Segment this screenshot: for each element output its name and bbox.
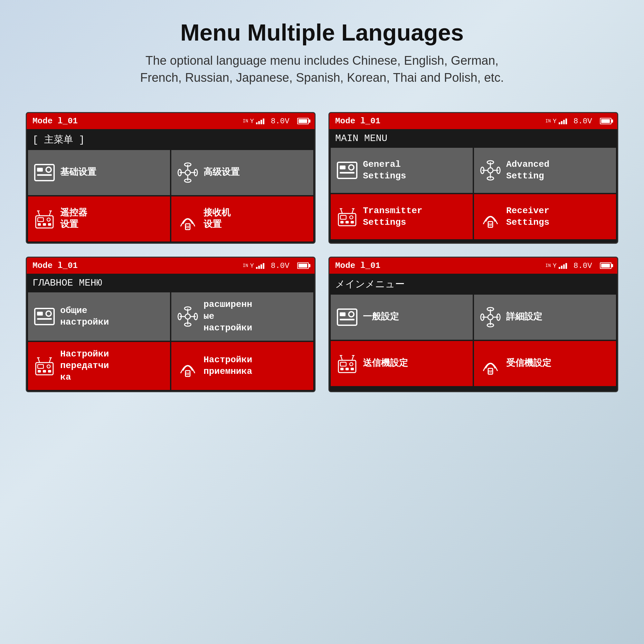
menu-cell-3[interactable]: RF Настройки приемника bbox=[171, 342, 313, 390]
svg-rect-18 bbox=[48, 223, 51, 226]
svg-text:RF: RF bbox=[488, 370, 493, 374]
svg-line-44 bbox=[341, 209, 342, 213]
menu-cell-2[interactable]: Transmitter Settings bbox=[331, 194, 473, 239]
menu-cell-label: 詳細設定 bbox=[506, 311, 542, 323]
menu-grid: 一般設定 詳細設定 送信機設定 RF 受信機設定 bbox=[329, 293, 617, 387]
svg-line-94 bbox=[341, 355, 342, 360]
transmitter-icon bbox=[33, 355, 56, 377]
drone-icon bbox=[176, 305, 199, 328]
general-icon bbox=[33, 305, 56, 328]
menu-cell-0[interactable]: 一般設定 bbox=[331, 295, 473, 340]
menu-cell-label: расширенн ые настройки bbox=[204, 299, 252, 334]
transmitter-icon bbox=[33, 208, 56, 230]
page-subtitle: The optional language menu includes Chin… bbox=[140, 52, 504, 86]
svg-text:RF: RF bbox=[185, 225, 190, 229]
status-display: INY 8.0V bbox=[243, 261, 309, 270]
menu-cell-label: общие настройки bbox=[60, 305, 109, 328]
svg-rect-66 bbox=[38, 370, 41, 373]
menu-cell-1[interactable]: 高级设置 bbox=[171, 150, 313, 195]
menu-cell-label: 基础设置 bbox=[60, 167, 96, 178]
svg-line-69 bbox=[38, 358, 40, 363]
menu-cell-label: Настройки передатчи ка bbox=[60, 348, 109, 384]
svg-rect-17 bbox=[43, 223, 46, 226]
transmitter-icon bbox=[336, 352, 358, 375]
svg-rect-14 bbox=[38, 218, 43, 222]
svg-line-70 bbox=[49, 358, 51, 363]
model-label: Mode l_01 bbox=[335, 261, 380, 270]
svg-line-95 bbox=[352, 355, 354, 360]
menu-cell-3[interactable]: RF Receiver Settings bbox=[474, 194, 616, 239]
screen-header-chinese: Mode l_01INY 8.0V bbox=[27, 113, 315, 129]
menu-cell-1[interactable]: 詳細設定 bbox=[474, 295, 616, 340]
svg-rect-1 bbox=[37, 168, 43, 172]
rf-icon: RF bbox=[176, 355, 199, 377]
menu-grid: 基础设置 高级设置 遥控器 设置 RF 接收机 设置 bbox=[27, 149, 315, 243]
svg-rect-43 bbox=[351, 221, 354, 223]
menu-cell-3[interactable]: RF 受信機設定 bbox=[474, 341, 616, 386]
menu-cell-0[interactable]: общие настройки bbox=[28, 292, 170, 340]
svg-rect-93 bbox=[351, 368, 354, 370]
menu-cell-label: 接收机 设置 bbox=[204, 207, 231, 231]
menu-cell-label: 一般設定 bbox=[363, 311, 399, 323]
status-display: INY 8.0V bbox=[545, 261, 611, 270]
menu-cell-label: 遥控器 设置 bbox=[60, 207, 87, 231]
menu-cell-label: 受信機設定 bbox=[506, 358, 551, 369]
general-icon bbox=[336, 306, 358, 328]
svg-rect-0 bbox=[35, 165, 54, 181]
svg-point-40 bbox=[350, 216, 353, 219]
menu-cell-1[interactable]: Advanced Setting bbox=[474, 148, 616, 193]
svg-line-19 bbox=[38, 211, 40, 216]
model-label: Mode l_01 bbox=[33, 261, 78, 270]
svg-rect-53 bbox=[37, 318, 52, 320]
rf-icon: RF bbox=[176, 208, 199, 230]
svg-rect-67 bbox=[43, 370, 46, 373]
svg-rect-92 bbox=[346, 368, 349, 370]
svg-rect-42 bbox=[346, 221, 349, 223]
svg-rect-78 bbox=[340, 319, 355, 320]
menu-cell-2[interactable]: Настройки передатчи ка bbox=[28, 342, 170, 390]
svg-rect-91 bbox=[340, 368, 344, 370]
screens-grid: Mode l_01INY 8.0V [ 主菜单 ] 基础设置 高级设置 bbox=[26, 112, 618, 392]
drone-icon bbox=[479, 159, 502, 182]
menu-label: [ 主菜单 ] bbox=[27, 129, 315, 149]
page-title: Menu Multiple Languages bbox=[180, 19, 464, 46]
menu-cell-label: Настройки приемника bbox=[204, 354, 252, 378]
menu-cell-3[interactable]: RF 接收机 设置 bbox=[171, 196, 313, 241]
svg-point-65 bbox=[47, 365, 50, 368]
menu-cell-2[interactable]: 送信機設定 bbox=[331, 341, 473, 386]
menu-label: MAIN MENU bbox=[329, 129, 617, 147]
menu-cell-label: Receiver Settings bbox=[506, 205, 549, 229]
svg-rect-64 bbox=[38, 365, 43, 368]
svg-line-20 bbox=[49, 211, 51, 216]
menu-grid: общие настройки расширенн ые настройки Н… bbox=[27, 291, 315, 391]
status-display: INY 8.0V bbox=[243, 117, 309, 126]
screen-header-japanese: Mode l_01INY 8.0V bbox=[329, 258, 617, 274]
screen-header-english: Mode l_01INY 8.0V bbox=[329, 113, 617, 129]
model-label: Mode l_01 bbox=[33, 116, 78, 126]
menu-label: ГЛАВНОЕ МЕНЮ bbox=[27, 274, 315, 291]
svg-point-15 bbox=[47, 218, 50, 221]
drone-icon bbox=[176, 161, 199, 184]
menu-cell-label: Transmitter Settings bbox=[363, 205, 422, 229]
drone-icon bbox=[479, 306, 502, 328]
menu-label: メインメニュー bbox=[329, 274, 617, 293]
screen-english: Mode l_01INY 8.0V MAIN MENU General Sett… bbox=[328, 112, 618, 244]
svg-text:RF: RF bbox=[488, 223, 493, 227]
menu-cell-label: 高级设置 bbox=[204, 167, 240, 178]
svg-rect-26 bbox=[340, 166, 346, 169]
status-display: INY 8.0V bbox=[545, 117, 611, 126]
screen-header-russian: Mode l_01INY 8.0V bbox=[27, 258, 315, 274]
svg-point-27 bbox=[349, 165, 354, 170]
svg-point-79 bbox=[488, 315, 493, 320]
general-icon bbox=[336, 159, 358, 182]
rf-icon: RF bbox=[479, 352, 502, 375]
svg-rect-41 bbox=[340, 221, 344, 223]
menu-cell-1[interactable]: расширенн ые настройки bbox=[171, 292, 313, 340]
screen-japanese: Mode l_01INY 8.0V メインメニュー 一般設定 詳細設定 bbox=[328, 257, 618, 392]
menu-cell-0[interactable]: General Settings bbox=[331, 148, 473, 193]
svg-point-77 bbox=[349, 312, 354, 317]
menu-cell-0[interactable]: 基础设置 bbox=[28, 150, 170, 195]
svg-rect-28 bbox=[340, 172, 355, 174]
svg-rect-16 bbox=[38, 223, 41, 226]
menu-cell-2[interactable]: 遥控器 设置 bbox=[28, 196, 170, 241]
